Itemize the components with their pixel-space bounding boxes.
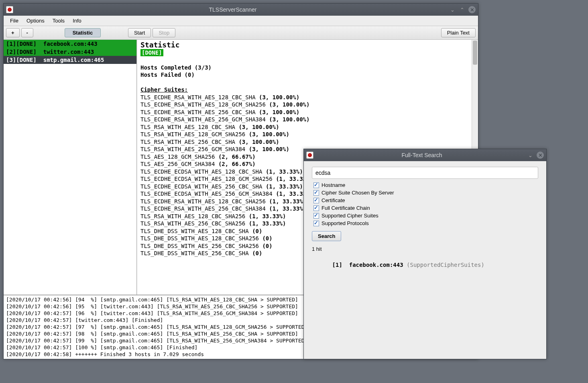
host-row[interactable]: [1][DONE] facebook.com:443 xyxy=(4,40,136,48)
search-option[interactable]: Certificate xyxy=(312,197,538,204)
menu-options[interactable]: Options xyxy=(23,16,48,25)
checkbox-icon[interactable] xyxy=(313,205,319,211)
hit-count: 1 hit xyxy=(312,246,538,252)
search-button[interactable]: Search xyxy=(312,231,341,241)
app-icon xyxy=(6,6,13,13)
scroll-thumb[interactable] xyxy=(473,41,477,65)
main-title: TLSServerScanner xyxy=(16,6,449,13)
checkbox-icon[interactable] xyxy=(313,221,319,226)
search-option[interactable]: Hostname xyxy=(312,181,538,189)
minimize-icon[interactable]: ⌄ xyxy=(449,6,456,13)
checkbox-icon[interactable] xyxy=(313,198,319,203)
menu-info[interactable]: Info xyxy=(69,16,85,25)
add-button[interactable]: + xyxy=(6,28,20,37)
search-titlebar[interactable]: Full-Text Search ⌄ ✕ xyxy=(304,149,546,161)
menu-file[interactable]: File xyxy=(7,16,22,25)
search-input[interactable] xyxy=(312,167,538,179)
checkbox-icon[interactable] xyxy=(313,213,319,219)
search-result[interactable]: [1] facebook.com:443 (SupportedCipherSui… xyxy=(312,255,538,274)
start-button[interactable]: Start xyxy=(128,28,151,37)
search-option[interactable]: Supported Protocols xyxy=(312,219,538,227)
checkbox-icon[interactable] xyxy=(313,182,319,188)
search-option[interactable]: Full Certificate Chain xyxy=(312,204,538,212)
search-option[interactable]: Supported Cipher Suites xyxy=(312,212,538,219)
host-list[interactable]: [1][DONE] facebook.com:443[2][DONE] twit… xyxy=(4,40,137,295)
menubar: File Options Tools Info xyxy=(4,16,478,26)
main-titlebar[interactable]: TLSServerScanner ⌄ ⌃ ✕ xyxy=(4,4,478,16)
stop-button[interactable]: Stop xyxy=(153,28,175,37)
host-row[interactable]: [3][DONE] smtp.gmail.com:465 xyxy=(4,56,136,64)
checkbox-icon[interactable] xyxy=(313,190,319,196)
remove-button[interactable]: - xyxy=(21,28,33,37)
close-icon[interactable]: ✕ xyxy=(537,152,544,159)
plaintext-button[interactable]: Plain Text xyxy=(441,28,476,37)
menu-tools[interactable]: Tools xyxy=(49,16,68,25)
toolbar: + - Statistic Start Stop Plain Text xyxy=(4,26,478,40)
close-icon[interactable]: ✕ xyxy=(468,6,476,13)
search-option[interactable]: Cipher Suite Chosen By Server xyxy=(312,189,538,197)
host-row[interactable]: [2][DONE] twitter.com:443 xyxy=(4,48,136,56)
chevron-down-icon[interactable]: ⌄ xyxy=(527,152,533,158)
search-window: Full-Text Search ⌄ ✕ HostnameCipher Suit… xyxy=(303,149,547,359)
maximize-icon[interactable]: ⌃ xyxy=(459,6,465,13)
app-icon xyxy=(306,152,313,159)
search-title: Full-Text Search xyxy=(317,152,527,158)
statistic-button[interactable]: Statistic xyxy=(65,28,101,37)
